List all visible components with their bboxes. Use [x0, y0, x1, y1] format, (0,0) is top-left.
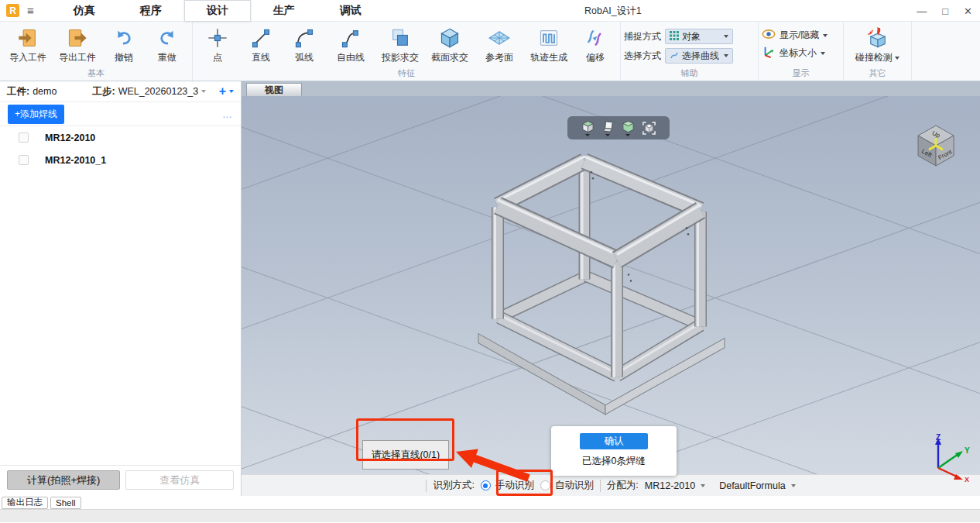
confirm-button[interactable]: 确认 [580, 433, 648, 449]
chevron-down-icon [791, 484, 796, 487]
point-button[interactable]: 点 [196, 23, 239, 67]
window-title: RobAI_设计1 [584, 5, 642, 18]
item-checkbox[interactable] [19, 155, 29, 165]
isometric-cube-icon [581, 120, 595, 133]
export-part-icon [66, 26, 89, 50]
add-weld-line-button[interactable]: +添加焊线 [8, 105, 64, 124]
group-label-other: 其它 [847, 67, 908, 81]
freeform-line-icon [339, 26, 362, 50]
view-cube[interactable]: Up Left Front [912, 119, 961, 174]
step-select[interactable]: WEL_20260123_3 [118, 86, 199, 97]
isometric-view-button[interactable] [581, 120, 595, 136]
group-label-assist: 辅助 [624, 67, 755, 81]
offset-button[interactable]: 偏移 [574, 23, 617, 67]
tab-simulation[interactable]: 仿真 [51, 0, 118, 21]
chevron-down-icon [701, 484, 705, 487]
close-button[interactable]: ✕ [964, 5, 972, 17]
axis-x-label: X [965, 476, 969, 482]
point-icon [206, 26, 229, 50]
more-options-icon[interactable]: … [222, 108, 233, 120]
chevron-down-icon[interactable] [201, 90, 206, 93]
tab-debug[interactable]: 调试 [317, 0, 384, 21]
menu-tabs: 仿真 程序 设计 生产 调试 [51, 0, 384, 21]
export-part-button[interactable]: 导出工件 [53, 23, 102, 67]
chevron-down-icon [823, 34, 828, 37]
tab-design[interactable]: 设计 [184, 0, 251, 21]
line-button[interactable]: 直线 [239, 23, 283, 67]
item-checkbox[interactable] [19, 132, 29, 143]
chevron-down-icon[interactable] [229, 90, 234, 93]
group-label-feature: 特征 [196, 67, 617, 81]
minimize-button[interactable]: — [917, 5, 927, 17]
shell-tab[interactable]: Shell [50, 497, 81, 509]
chevron-down-icon [895, 57, 899, 60]
redo-button[interactable]: 重做 [146, 23, 189, 67]
tab-view[interactable]: 视图 [246, 83, 302, 96]
chevron-down-icon [585, 134, 590, 136]
app-logo: R [6, 4, 19, 17]
tab-production[interactable]: 生产 [251, 0, 317, 21]
freeform-line-button[interactable]: 自由线 [326, 23, 375, 67]
viewport-tabstrip: 视图 [242, 81, 980, 96]
trajectory-generate-icon [537, 26, 560, 50]
snap-mode-label: 捕捉方式 [624, 30, 661, 43]
show-hide-eye-icon [762, 29, 776, 42]
chevron-down-icon [605, 134, 610, 136]
ribbon-group-feature: 点 直线 弧线 自由线 [193, 22, 621, 81]
chevron-down-icon [821, 52, 825, 55]
workpiece-value: demo [33, 86, 57, 97]
section-intersect-icon [438, 26, 461, 50]
viewport-canvas[interactable]: Up Left Front Z Y X [242, 96, 980, 474]
collision-detect-button[interactable]: 碰撞检测 [847, 23, 908, 67]
coordinate-size-icon [762, 46, 776, 60]
projection-intersect-button[interactable]: 投影求交 [375, 23, 425, 67]
line-icon [249, 26, 272, 50]
viewport: 视图 [242, 81, 980, 496]
axes-triad-icon: Z Y X [926, 432, 974, 485]
undo-button[interactable]: 撤销 [102, 23, 146, 67]
import-part-button[interactable]: 导入工件 [3, 23, 53, 67]
selected-welds-status: 已选择0条焊缝 [551, 455, 677, 468]
tab-program[interactable]: 程序 [118, 0, 184, 21]
ribbon-group-other: 碰撞检测 其它 [844, 22, 912, 81]
redo-icon [156, 26, 179, 50]
hamburger-menu-icon[interactable]: ≡ [27, 4, 34, 17]
formula-select[interactable]: DefaultFormula [719, 480, 795, 491]
shaded-view-button[interactable] [622, 120, 635, 136]
chevron-down-icon [625, 134, 630, 136]
status-bar: 输出日志 Shell [0, 496, 980, 510]
group-label-display: 显示 [762, 67, 840, 81]
arc-button[interactable]: 弧线 [283, 23, 326, 67]
step-label: 工步: [92, 85, 115, 98]
assign-to-label: 分配为: [607, 479, 639, 492]
white-cube-icon [601, 120, 615, 133]
add-step-button[interactable]: + [219, 84, 226, 98]
offset-icon [584, 26, 607, 50]
section-intersect-button[interactable]: 截面求交 [425, 23, 475, 67]
show-hide-button[interactable]: 显示/隐藏 [762, 29, 840, 42]
reference-plane-button[interactable]: 参考面 [475, 23, 524, 67]
ribbon-group-assist: 捕捉方式 对象 选择方式 选择曲线 [621, 22, 759, 81]
view-simulation-button[interactable]: 查看仿真 [125, 470, 234, 490]
zoom-fit-button[interactable] [642, 121, 656, 136]
coordinate-size-button[interactable]: 坐标大小 [762, 46, 840, 60]
calculate-button[interactable]: 计算(拍照+焊接) [7, 470, 120, 490]
output-log-tab[interactable]: 输出日志 [2, 497, 48, 509]
list-item[interactable]: MR12-2010 [0, 126, 241, 149]
select-line-tooltip: 请选择直线(0/1) [362, 440, 449, 470]
weld-item-name: MR12-2010 [45, 132, 95, 143]
arc-icon [293, 26, 316, 50]
perspective-view-button[interactable] [601, 120, 615, 136]
list-item[interactable]: MR12-2010_1 [0, 149, 241, 171]
maximize-button[interactable]: □ [942, 5, 948, 17]
bottom-strip [0, 510, 980, 522]
select-mode-select[interactable]: 选择曲线 [665, 48, 733, 64]
recognition-mode-label: 识别方式: [433, 479, 474, 492]
manual-recognition-radio[interactable]: 手动识别 [481, 479, 534, 492]
chevron-down-icon [724, 35, 728, 38]
assign-target-select[interactable]: MR12-2010 [645, 480, 705, 491]
trajectory-generate-button[interactable]: 轨迹生成 [524, 23, 574, 67]
snap-grid-icon [670, 31, 679, 43]
auto-recognition-radio[interactable]: 自动识别 [540, 479, 594, 492]
snap-mode-select[interactable]: 对象 [665, 29, 733, 44]
